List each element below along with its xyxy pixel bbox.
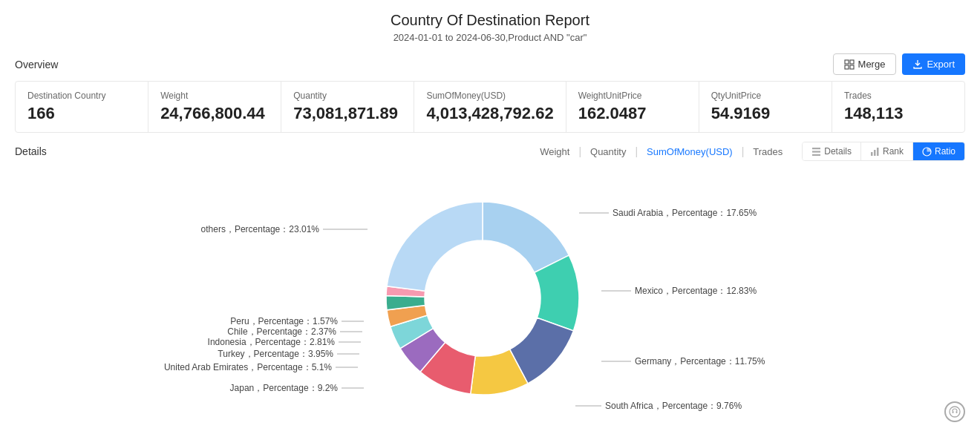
details-label: Details [15, 145, 47, 157]
stat-label-0: Destination Country [27, 91, 136, 101]
svg-text:Indonesia，Percentage：2.81%: Indonesia，Percentage：2.81% [208, 337, 336, 347]
svg-text:Turkey，Percentage：3.95%: Turkey，Percentage：3.95% [218, 349, 333, 359]
svg-rect-0 [845, 60, 849, 64]
filter-trades[interactable]: Trades [744, 143, 791, 160]
svg-rect-5 [812, 151, 820, 152]
svg-rect-4 [812, 148, 820, 149]
stat-label-2: Quantity [293, 91, 402, 101]
ratio-view-button[interactable]: Ratio [913, 142, 964, 160]
filter-weight[interactable]: Weight [531, 143, 578, 160]
stat-destination-country: Destination Country 166 [16, 82, 148, 132]
svg-rect-6 [812, 154, 820, 155]
stat-weightunitprice: WeightUnitPrice 162.0487 [566, 82, 699, 132]
details-controls: Weight | Quantity | SumOfMoney(USD) | Tr… [531, 142, 965, 161]
page: Country Of Destination Report 2024-01-01… [0, 0, 980, 437]
stat-value-2: 73,081,871.89 [293, 104, 402, 123]
svg-text:Germany，Percentage：11.75%: Germany，Percentage：11.75% [635, 356, 765, 367]
stat-value-0: 166 [27, 104, 136, 123]
svg-text:Mexico，Percentage：12.83%: Mexico，Percentage：12.83% [635, 286, 757, 296]
view-buttons: Details Rank [802, 142, 965, 161]
stat-label-6: Trades [844, 91, 953, 101]
header: Country Of Destination Report 2024-01-01… [0, 0, 980, 46]
export-icon [912, 59, 923, 70]
details-view-button[interactable]: Details [803, 142, 861, 160]
merge-button[interactable]: Merge [833, 53, 897, 75]
donut-chart: others，Percentage：23.01% Peru，Percentage… [15, 176, 965, 428]
svg-rect-9 [877, 148, 879, 156]
details-header: Details Weight | Quantity | SumOfMoney(U… [15, 142, 965, 161]
details-section: Details Weight | Quantity | SumOfMoney(U… [0, 142, 980, 161]
stat-value-3: 4,013,428,792.62 [426, 104, 553, 123]
filter-tabs: Weight | Quantity | SumOfMoney(USD) | Tr… [531, 143, 791, 160]
toolbar: Merge Export [833, 53, 965, 75]
svg-point-33 [950, 407, 960, 417]
stat-label-3: SumOfMoney(USD) [426, 91, 553, 101]
headset-icon [949, 406, 961, 418]
rank-view-icon [870, 147, 880, 157]
svg-text:Peru，Percentage：1.57%: Peru，Percentage：1.57% [230, 316, 338, 326]
svg-text:Chile，Percentage：2.37%: Chile，Percentage：2.37% [227, 326, 336, 337]
stat-trades: Trades 148,113 [832, 82, 964, 132]
svg-rect-35 [956, 411, 958, 413]
stat-label-1: Weight [160, 91, 269, 101]
stat-weight: Weight 24,766,800.44 [148, 82, 281, 132]
svg-rect-34 [953, 411, 954, 413]
chart-area: others，Percentage：23.01% Peru，Percentage… [0, 168, 980, 436]
details-view-icon [811, 147, 821, 157]
report-subtitle: 2024-01-01 to 2024-06-30,Product AND "ca… [0, 32, 980, 43]
top-bar: Overview Merge Export [0, 46, 980, 81]
stat-value-5: 54.9169 [711, 104, 820, 123]
svg-text:others，Percentage：23.01%: others，Percentage：23.01% [201, 224, 320, 234]
svg-rect-1 [850, 60, 854, 64]
stat-value-1: 24,766,800.44 [160, 104, 269, 123]
stat-value-6: 148,113 [844, 104, 953, 123]
stats-row: Destination Country 166 Weight 24,766,80… [15, 81, 965, 133]
svg-rect-3 [850, 65, 854, 69]
stat-sumofmoney: SumOfMoney(USD) 4,013,428,792.62 [414, 82, 566, 132]
stat-value-4: 162.0487 [578, 104, 687, 123]
ratio-view-icon [922, 147, 932, 157]
export-button[interactable]: Export [902, 53, 965, 75]
svg-text:United Arab Emirates，Percentag: United Arab Emirates，Percentage：5.1% [164, 362, 332, 372]
filter-quantity[interactable]: Quantity [581, 143, 635, 160]
donut-segments [386, 202, 579, 395]
filter-sumofmoney[interactable]: SumOfMoney(USD) [638, 143, 742, 160]
svg-text:Saudi Arabia，Percentage：17.65%: Saudi Arabia，Percentage：17.65% [612, 208, 757, 218]
support-icon[interactable] [944, 401, 965, 422]
stat-quantity: Quantity 73,081,871.89 [281, 82, 414, 132]
donut-segment-others[interactable] [387, 202, 483, 291]
merge-icon [844, 59, 855, 70]
overview-label: Overview [15, 59, 58, 70]
svg-rect-7 [871, 152, 873, 156]
svg-text:South Africa，Percentage：9.76%: South Africa，Percentage：9.76% [605, 401, 742, 411]
svg-rect-2 [845, 65, 849, 69]
rank-view-button[interactable]: Rank [861, 142, 913, 160]
stat-qtyunitprice: QtyUnitPrice 54.9169 [699, 82, 832, 132]
stat-label-5: QtyUnitPrice [711, 91, 820, 101]
report-title: Country Of Destination Report [0, 12, 980, 29]
svg-rect-8 [874, 150, 876, 156]
svg-text:Japan，Percentage：9.2%: Japan，Percentage：9.2% [230, 383, 339, 393]
stat-label-4: WeightUnitPrice [578, 91, 687, 101]
